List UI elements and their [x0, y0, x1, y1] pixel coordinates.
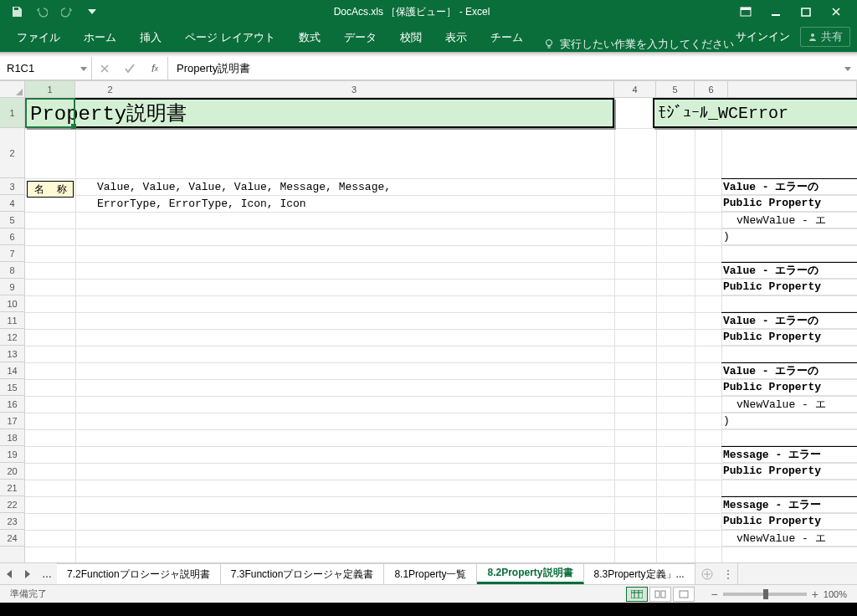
row-header[interactable]: 1: [0, 98, 24, 128]
view-page-layout-icon[interactable]: [649, 587, 671, 602]
row-header[interactable]: 18: [0, 429, 24, 446]
close-icon[interactable]: [829, 5, 844, 18]
row-header[interactable]: 11: [0, 312, 24, 329]
share-label: 共有: [821, 29, 843, 44]
cells-area[interactable]: Property説明書 ﾓｼﾞｭｰﾙ_WCError 名 称 Value, Va…: [25, 98, 857, 562]
row-header[interactable]: 20: [0, 463, 24, 480]
qat-customize-icon[interactable]: [85, 5, 99, 18]
view-page-break-icon[interactable]: [673, 587, 695, 602]
save-icon[interactable]: [10, 5, 23, 18]
sheet-nav-more-icon[interactable]: …: [37, 563, 57, 584]
cancel-formula-icon[interactable]: [92, 64, 117, 74]
sheet-tab[interactable]: 8.1Property一覧: [384, 563, 477, 584]
row-header[interactable]: 16: [0, 396, 24, 413]
tab-view[interactable]: 表示: [434, 25, 479, 52]
tab-home[interactable]: ホーム: [72, 25, 128, 52]
chevron-down-icon[interactable]: [80, 64, 88, 73]
row-header[interactable]: 13: [0, 346, 24, 362]
minimize-icon[interactable]: [768, 5, 783, 18]
row-header[interactable]: 5: [0, 212, 24, 228]
name-box[interactable]: R1C1: [0, 57, 92, 80]
tab-layout[interactable]: ページ レイアウト: [173, 25, 287, 52]
cell-value: Public Property: [721, 379, 857, 396]
cell-value: Value - エラーの: [721, 362, 857, 379]
cell-value: ): [721, 228, 857, 245]
row-header[interactable]: 3: [0, 178, 24, 195]
fx-icon[interactable]: fx: [142, 62, 167, 74]
row-header[interactable]: 24: [0, 530, 24, 547]
tab-review[interactable]: 校閲: [388, 25, 434, 52]
col-header[interactable]: 6: [695, 81, 728, 97]
col-header[interactable]: 5: [656, 81, 695, 97]
sheet-bar-options-icon[interactable]: ⋮: [719, 563, 737, 584]
row-header[interactable]: 17: [0, 413, 24, 429]
cell-value: Value - エラーの: [721, 262, 857, 279]
accept-formula-icon[interactable]: [117, 64, 142, 74]
sheet-tab[interactable]: 7.2Functionプロシージャ説明書: [57, 563, 221, 584]
row-header[interactable]: 10: [0, 295, 24, 312]
expand-formula-icon[interactable]: [844, 64, 852, 73]
row-header[interactable]: 14: [0, 362, 24, 379]
row-header[interactable]: 15: [0, 379, 24, 396]
zoom-in-icon[interactable]: +: [812, 588, 819, 601]
col-header[interactable]: 23: [75, 81, 614, 97]
svg-rect-8: [655, 591, 659, 598]
sheet-tab[interactable]: 7.3Functionプロシージャ定義書: [221, 563, 385, 584]
tab-team[interactable]: チーム: [479, 25, 535, 52]
col-header[interactable]: [728, 81, 857, 97]
formula-buttons: fx: [92, 57, 168, 80]
column-headers: 1 23 4 5 6: [0, 81, 857, 98]
sheet-title-side: ﾓｼﾞｭｰﾙ_WCError: [653, 98, 857, 128]
row-header[interactable]: 23: [0, 513, 24, 530]
worksheet-grid[interactable]: 1 23 4 5 6 1 2 3 4 5 6 7 8 9 10 11 12 13…: [0, 80, 857, 562]
zoom-out-icon[interactable]: −: [711, 588, 717, 601]
row-header[interactable]: 19: [0, 446, 24, 463]
tab-insert[interactable]: 挿入: [128, 25, 173, 52]
add-sheet-icon[interactable]: [695, 563, 719, 584]
svg-rect-10: [680, 591, 688, 598]
cell-value: Message - エラー: [721, 446, 857, 463]
col-header[interactable]: 4: [614, 81, 656, 97]
tab-file[interactable]: ファイル: [5, 25, 72, 52]
maximize-icon[interactable]: [798, 5, 813, 18]
row-header[interactable]: 4: [0, 195, 24, 212]
sheet-tab-active[interactable]: 8.2Property説明書: [477, 563, 583, 584]
cell-value: Value - エラーの: [721, 178, 857, 195]
svg-rect-9: [661, 591, 665, 598]
undo-icon[interactable]: [35, 5, 49, 18]
row-header[interactable]: 21: [0, 480, 24, 496]
row-header[interactable]: 12: [0, 329, 24, 346]
signin-link[interactable]: サインイン: [736, 29, 790, 44]
row-header[interactable]: 6: [0, 228, 24, 245]
formula-bar-row: R1C1 fx Property説明書: [0, 57, 857, 80]
select-all-corner[interactable]: [0, 81, 25, 97]
cell-value: Public Property: [721, 463, 857, 480]
redo-icon[interactable]: [60, 5, 74, 18]
window-title: DocAcs.xls ［保護ビュー］ - Excel: [99, 5, 725, 19]
formula-bar[interactable]: Property説明書: [168, 57, 857, 80]
col-header[interactable]: 1: [25, 81, 75, 97]
row-header[interactable]: 8: [0, 262, 24, 279]
share-button[interactable]: 共有: [800, 27, 850, 47]
cell-value: Public Property: [721, 279, 857, 295]
view-normal-icon[interactable]: [626, 587, 648, 602]
row-header[interactable]: 7: [0, 245, 24, 262]
tab-formula[interactable]: 数式: [287, 25, 332, 52]
ribbon-display-icon[interactable]: [738, 5, 753, 18]
row-header[interactable]: 22: [0, 496, 24, 513]
sheet-tab[interactable]: 8.3Property定義」...: [584, 563, 695, 584]
zoom-value[interactable]: 100%: [824, 589, 847, 599]
tab-data[interactable]: データ: [332, 25, 388, 52]
sheet-nav-prev-icon[interactable]: [0, 563, 18, 584]
horizontal-scrollbar[interactable]: [737, 563, 857, 584]
sheet-nav-next-icon[interactable]: [18, 563, 37, 584]
cell-value: ErrorType, ErrorType, Icon, Icon: [97, 198, 306, 210]
zoom-slider[interactable]: [723, 593, 807, 596]
tellme-search[interactable]: 実行したい作業を入力してください: [543, 37, 734, 52]
formula-value: Property説明書: [177, 61, 250, 76]
row-header[interactable]: 2: [0, 128, 24, 178]
sheet-tab-bar: … 7.2Functionプロシージャ説明書 7.3Functionプロシージャ…: [0, 562, 857, 584]
cell-value: Public Property: [721, 329, 857, 346]
row-header[interactable]: 9: [0, 279, 24, 295]
cell-value: Public Property: [721, 195, 857, 212]
